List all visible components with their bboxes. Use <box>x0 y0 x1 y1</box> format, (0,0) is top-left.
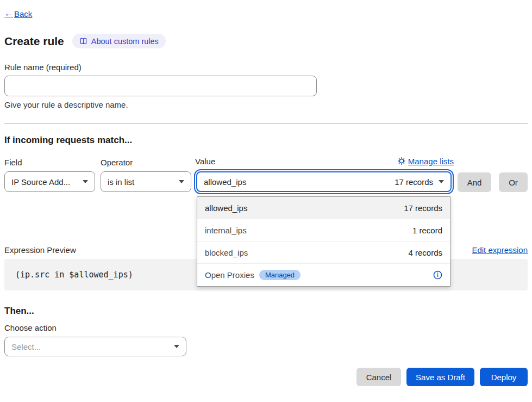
list-option-name: Open Proxies <box>205 270 254 280</box>
value-select[interactable]: allowed_ips 17 records <box>196 171 452 192</box>
list-option-name: internal_ips <box>205 226 247 235</box>
about-custom-rules-badge[interactable]: About custom rules <box>72 34 166 48</box>
list-option-name: blocked_ips <box>205 248 248 257</box>
choose-action-label: Choose action <box>4 323 528 332</box>
expression-code: (ip.src in $allowed_ips) <box>15 270 133 280</box>
list-option-open-proxies[interactable]: Open Proxies Managed <box>197 264 450 286</box>
or-button[interactable]: Or <box>499 172 528 192</box>
cancel-button[interactable]: Cancel <box>356 368 401 386</box>
page-title: Create rule <box>4 35 64 48</box>
chevron-down-icon <box>83 180 88 183</box>
chevron-down-icon <box>439 180 444 183</box>
andor-buttons: And Or <box>458 172 528 192</box>
manage-lists-link[interactable]: Manage lists <box>398 157 454 166</box>
action-select[interactable]: Select... <box>4 337 186 356</box>
managed-badge: Managed <box>259 270 301 280</box>
list-option-records: 4 records <box>408 248 442 257</box>
action-placeholder: Select... <box>11 342 41 351</box>
about-badge-label: About custom rules <box>91 37 159 46</box>
footer-actions: Cancel Save as Draft Deploy <box>4 368 528 386</box>
list-option-internal-ips[interactable]: internal_ips 1 record <box>197 219 450 242</box>
rule-name-helper: Give your rule a descriptive name. <box>4 100 528 109</box>
then-heading: Then... <box>4 306 528 317</box>
list-option-name: allowed_ips <box>205 203 247 213</box>
value-label: Value <box>195 157 215 166</box>
operator-value: is in list <box>108 177 134 187</box>
operator-column: Operator is in list <box>101 157 191 192</box>
rule-name-input[interactable] <box>4 76 317 96</box>
manage-lists-label: Manage lists <box>408 157 454 166</box>
field-value: IP Source Add... <box>11 177 70 187</box>
list-dropdown-panel: allowed_ips 17 records internal_ips 1 re… <box>197 196 450 287</box>
and-button[interactable]: And <box>458 172 491 192</box>
create-rule-page: ←Back Create rule About custom rules Rul… <box>0 0 532 386</box>
field-label: Field <box>4 158 22 167</box>
info-icon[interactable] <box>433 270 442 280</box>
edit-expression-link[interactable]: Edit expression <box>472 245 528 255</box>
operator-label: Operator <box>101 158 133 167</box>
list-option-allowed-ips[interactable]: allowed_ips 17 records <box>197 197 450 219</box>
field-select[interactable]: IP Source Add... <box>4 171 95 192</box>
match-section-heading: If incoming requests match... <box>4 135 528 146</box>
list-option-records: 17 records <box>404 203 442 213</box>
deploy-button[interactable]: Deploy <box>480 368 528 386</box>
value-combo-wrap: allowed_ips 17 records allowed_ips 17 re… <box>195 170 454 192</box>
rule-name-label: Rule name (required) <box>4 63 528 72</box>
book-icon <box>79 37 87 45</box>
gear-icon <box>398 157 405 165</box>
expression-preview-label: Expression Preview <box>4 245 76 255</box>
value-column: Value Manage lists <box>195 156 454 192</box>
back-arrow-icon: ← <box>4 9 13 18</box>
section-divider <box>4 123 528 124</box>
back-label: Back <box>14 9 32 18</box>
field-column: Field IP Source Add... <box>4 157 95 192</box>
save-as-draft-button[interactable]: Save as Draft <box>406 368 474 386</box>
value-records: 17 records <box>395 177 433 187</box>
operator-select[interactable]: is in list <box>101 171 191 192</box>
chevron-down-icon <box>179 180 184 183</box>
back-link[interactable]: ←Back <box>4 9 32 18</box>
list-option-records: 1 record <box>412 226 442 235</box>
value-selected: allowed_ips <box>204 177 246 187</box>
chevron-down-icon <box>174 345 179 348</box>
condition-row: Field IP Source Add... Operator is in li… <box>4 156 528 192</box>
title-row: Create rule About custom rules <box>4 34 528 48</box>
list-option-blocked-ips[interactable]: blocked_ips 4 records <box>197 242 450 264</box>
